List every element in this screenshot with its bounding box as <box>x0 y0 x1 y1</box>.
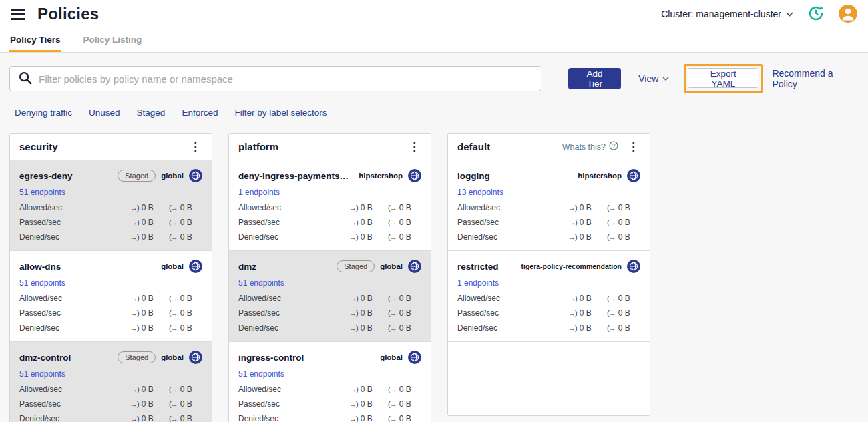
policy-name[interactable]: deny-ingress-paymentservi... <box>238 171 353 181</box>
filter-enforced[interactable]: Enforced <box>182 108 218 118</box>
chevron-down-icon <box>786 12 793 17</box>
tab-policy-listing[interactable]: Policy Listing <box>83 28 143 52</box>
ingress-bytes-value: 0 B <box>142 308 154 318</box>
endpoints-link[interactable]: 51 endpoints <box>238 369 284 379</box>
egress-bytes-value: 0 B <box>180 232 192 242</box>
traffic-label: Denied/sec <box>238 414 278 422</box>
policy-card-deny-ingress-paymentservice[interactable]: deny-ingress-paymentservi... hipstershop… <box>229 160 431 251</box>
policy-name[interactable]: egress-deny <box>19 171 73 181</box>
egress-bytes-icon <box>388 385 397 393</box>
policy-card-dmz[interactable]: dmz Staged global 51 endpoints Allowed/s… <box>229 251 431 342</box>
policy-card-header: deny-ingress-paymentservi... hipstershop <box>238 168 421 184</box>
ingress-bytes-value: 0 B <box>580 308 592 318</box>
tier-columns: security ⋮ egress-deny Staged global 51 … <box>0 133 868 422</box>
traffic-label: Denied/sec <box>457 232 497 242</box>
ingress-bytes-value: 0 B <box>580 203 592 212</box>
ingress-bytes-value: 0 B <box>361 203 373 212</box>
endpoints-link[interactable]: 1 endpoints <box>238 188 280 197</box>
policy-name[interactable]: ingress-control <box>238 353 304 363</box>
policy-meta: Staged global <box>337 260 421 273</box>
traffic-row: Denied/sec 0 B0 B <box>238 321 421 335</box>
policy-card-egress-deny[interactable]: egress-deny Staged global 51 endpoints A… <box>10 160 212 251</box>
egress-bytes-icon <box>169 385 178 393</box>
search-box <box>9 66 541 91</box>
header-right: Cluster: management-cluster <box>661 4 857 25</box>
cluster-selector[interactable]: Cluster: management-cluster <box>661 9 793 19</box>
ingress-bytes-icon <box>568 233 577 241</box>
whats-this-link[interactable]: Whats this? ? <box>562 141 618 152</box>
view-dropdown[interactable]: View <box>638 73 669 84</box>
filter-denying-traffic[interactable]: Denying traffic <box>15 108 72 118</box>
policy-card-header: restricted tigera-policy-recommendation <box>457 258 640 274</box>
egress-bytes-value: 0 B <box>399 232 411 242</box>
kebab-menu-icon[interactable]: ⋮ <box>188 141 202 152</box>
filter-staged[interactable]: Staged <box>137 108 166 118</box>
ingress-bytes-icon <box>349 309 358 317</box>
staged-badge: Staged <box>337 260 375 272</box>
kebab-menu-icon[interactable]: ⋮ <box>407 141 421 152</box>
traffic-label: Allowed/sec <box>19 294 62 303</box>
traffic-label: Passed/sec <box>19 218 61 227</box>
history-button[interactable] <box>807 4 825 25</box>
policy-card-allow-dns[interactable]: allow-dns global 51 endpoints Allowed/se… <box>10 251 212 342</box>
tab-bar: Policy Tiers Policy Listing <box>0 28 868 53</box>
policy-meta: global <box>161 260 202 273</box>
tier-column-default: default Whats this? ? ⋮ logging hipsters… <box>447 133 650 416</box>
traffic-label: Passed/sec <box>457 218 499 227</box>
filter-label-selectors[interactable]: Filter by label selectors <box>234 108 327 118</box>
quick-filters: Denying traffic Unused Staged Enforced F… <box>0 93 868 120</box>
search-input[interactable] <box>39 73 533 85</box>
endpoints-link[interactable]: 13 endpoints <box>457 188 503 197</box>
globe-icon <box>408 169 421 182</box>
ingress-bytes-icon <box>349 204 358 212</box>
egress-bytes-value: 0 B <box>180 414 192 422</box>
filter-unused[interactable]: Unused <box>89 108 120 118</box>
policy-card-dmz-control[interactable]: dmz-control Staged global 51 endpoints A… <box>10 342 212 422</box>
scope-label: global <box>380 262 403 270</box>
globe-icon <box>627 169 640 182</box>
cluster-label: Cluster: management-cluster <box>661 9 781 19</box>
add-tier-button[interactable]: Add Tier <box>568 68 621 89</box>
tier-header: platform ⋮ <box>229 134 431 160</box>
policy-card-ingress-control[interactable]: ingress-control global 51 endpoints Allo… <box>229 342 431 422</box>
traffic-row: Passed/sec 0 B0 B <box>457 215 640 230</box>
traffic-label: Denied/sec <box>238 323 278 333</box>
policy-name[interactable]: allow-dns <box>19 262 61 272</box>
egress-bytes-value: 0 B <box>618 218 630 227</box>
traffic-row: Denied/sec 0 B0 B <box>19 230 202 244</box>
traffic-row: Allowed/sec 0 B0 B <box>19 200 202 215</box>
egress-bytes-value: 0 B <box>618 323 630 333</box>
policy-name[interactable]: dmz <box>238 262 256 272</box>
policy-name[interactable]: restricted <box>457 262 499 272</box>
policy-card-restricted[interactable]: restricted tigera-policy-recommendation … <box>448 251 650 342</box>
egress-bytes-value: 0 B <box>399 323 411 333</box>
toolbar: Add Tier View Export YAML Recommend a Po… <box>0 64 868 93</box>
ingress-bytes-value: 0 B <box>142 414 154 422</box>
user-avatar[interactable] <box>839 5 857 23</box>
policy-card-logging[interactable]: logging hipstershop 13 endpoints Allowed… <box>448 160 650 251</box>
policy-meta: Staged global <box>118 351 202 364</box>
ingress-bytes-value: 0 B <box>361 385 373 394</box>
traffic-row: Allowed/sec 0 B0 B <box>19 382 202 397</box>
endpoints-link[interactable]: 51 endpoints <box>238 278 284 288</box>
globe-icon <box>189 260 202 273</box>
policy-name[interactable]: dmz-control <box>19 353 71 363</box>
egress-bytes-value: 0 B <box>399 218 411 227</box>
globe-icon <box>189 351 202 364</box>
kebab-menu-icon[interactable]: ⋮ <box>626 141 640 152</box>
scope-label: global <box>161 172 184 180</box>
endpoints-link[interactable]: 51 endpoints <box>19 369 65 379</box>
traffic-label: Allowed/sec <box>457 203 500 212</box>
export-yaml-button[interactable]: Export YAML <box>688 68 758 88</box>
ingress-bytes-icon <box>349 218 358 226</box>
endpoints-link[interactable]: 51 endpoints <box>19 188 65 197</box>
recommend-policy-link[interactable]: Recommend a Policy <box>772 68 859 89</box>
hamburger-menu-icon[interactable] <box>11 9 25 20</box>
tab-policy-tiers[interactable]: Policy Tiers <box>9 28 61 52</box>
egress-bytes-icon <box>169 309 178 317</box>
traffic-row: Allowed/sec 0 B0 B <box>238 382 421 397</box>
endpoints-link[interactable]: 1 endpoints <box>457 278 499 288</box>
endpoints-link[interactable]: 51 endpoints <box>19 278 65 288</box>
ingress-bytes-icon <box>130 385 139 393</box>
policy-name[interactable]: logging <box>457 171 490 181</box>
